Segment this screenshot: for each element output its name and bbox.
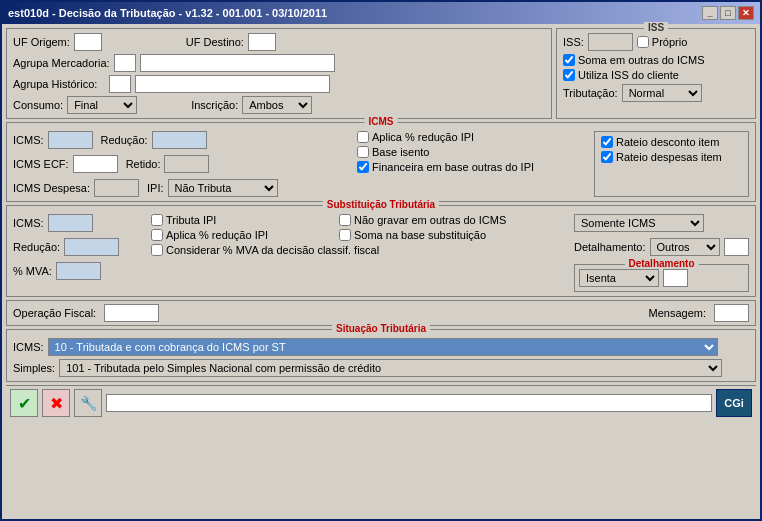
cancel-button[interactable]: ✖ [42, 389, 70, 417]
soma-base-checkbox[interactable] [339, 229, 351, 241]
ok-button[interactable]: ✔ [10, 389, 38, 417]
situacao-section: Situação Tributária ICMS: 10 - Tributada… [6, 329, 756, 382]
isenta-num-input[interactable]: 0 [663, 269, 688, 287]
utiliza-checkbox[interactable] [563, 69, 575, 81]
icms-ecf-label: ICMS ECF: [13, 158, 69, 170]
cancel-icon: ✖ [50, 394, 63, 413]
isenta-select[interactable]: Isenta [579, 269, 659, 287]
subst-mva-label: % MVA: [13, 265, 52, 277]
nao-gravar-checkbox[interactable] [339, 214, 351, 226]
subst-reducao-input[interactable]: 0,0000 [64, 238, 119, 256]
tributacao-label: Tributação: [563, 87, 618, 99]
title-bar: est010d - Decisão da Tributação - v1.32 … [2, 2, 760, 24]
financeira-checkbox[interactable] [357, 161, 369, 173]
ipi-select[interactable]: Não Tributa [168, 179, 278, 197]
situacao-icms-select[interactable]: 10 - Tributada e com cobrança do ICMS po… [48, 338, 718, 356]
reducao-label: Redução: [101, 134, 148, 146]
detalhamento-label: Detalhamento: [574, 241, 646, 253]
detalhamento-select[interactable]: Outros [650, 238, 720, 256]
icms-despesa-row: ICMS Despesa: 0,00 IPI: Não Tributa [13, 179, 353, 197]
icms-despesa-input[interactable]: 0,00 [94, 179, 139, 197]
tributa-ipi-checkbox[interactable] [151, 214, 163, 226]
somente-select[interactable]: Somente ICMS [574, 214, 704, 232]
tributacao-row: Tributação: Normal [563, 84, 749, 102]
icms-val-input[interactable]: 12,00 [48, 131, 93, 149]
utiliza-row: Utiliza ISS do cliente [563, 69, 749, 81]
icms-main-row: ICMS: 12,00 Redução: 0,0000 [13, 131, 353, 149]
icms-inner: ICMS: 12,00 Redução: 0,0000 ICMS ECF: 0,… [13, 131, 749, 197]
inscricao-select[interactable]: Ambos [242, 96, 312, 114]
subst-mva-row: % MVA: 39,00 [13, 262, 143, 280]
maximize-button[interactable]: □ [720, 6, 736, 20]
tributacao-select[interactable]: Normal [622, 84, 702, 102]
ipi-label: IPI: [147, 182, 164, 194]
subst-title: Substituição Tributária [323, 199, 439, 210]
uf-row: UF Origem: RS UF Destino: RS [13, 33, 545, 51]
soma-row: Soma em outras do ICMS [563, 54, 749, 66]
icms-left: ICMS: 12,00 Redução: 0,0000 ICMS ECF: 0,… [13, 131, 353, 197]
agrupa-merc-num[interactable]: 2 [114, 54, 136, 72]
iss-title: ISS [644, 22, 668, 33]
uf-origem-input[interactable]: RS [74, 33, 102, 51]
toolbar-input[interactable] [106, 394, 712, 412]
aplica-ipi-row: Aplica % redução IPI [151, 229, 331, 241]
minimize-button[interactable]: _ [702, 6, 718, 20]
cgi-label: CGi [724, 397, 744, 409]
title-bar-buttons: _ □ ✕ [702, 6, 754, 20]
reducao-input[interactable]: 0,0000 [152, 131, 207, 149]
close-button[interactable]: ✕ [738, 6, 754, 20]
agrupa-hist-text[interactable]: HIST GERAL [135, 75, 330, 93]
iss-val-row: ISS: 0,00 Próprio [563, 33, 749, 51]
icms-despesa-label: ICMS Despesa: [13, 182, 90, 194]
icms-title: ICMS [365, 116, 398, 127]
aplica-reducao-checkbox[interactable] [357, 131, 369, 143]
soma-base-row: Soma na base substituição [339, 229, 566, 241]
considera-mva-row: Considerar % MVA da decisão classif. fis… [151, 244, 331, 256]
somente-row: Somente ICMS [574, 214, 749, 232]
proprio-row: Próprio [637, 36, 687, 48]
iss-value-input[interactable]: 0,00 [588, 33, 633, 51]
agrupa-hist-num[interactable]: 1 [109, 75, 131, 93]
tool-button[interactable]: 🔧 [74, 389, 102, 417]
consumo-select[interactable]: Final [67, 96, 137, 114]
mensagem-input[interactable]: 0 [714, 304, 749, 322]
aplica-ipi-checkbox[interactable] [151, 229, 163, 241]
icms-ecf-input[interactable]: 0,00 [73, 155, 118, 173]
toolbar: ✔ ✖ 🔧 CGi [6, 385, 756, 420]
tributa-ipi-label: Tributa IPI [166, 214, 216, 226]
situacao-simples-select[interactable]: 101 - Tributada pelo Simples Nacional co… [59, 359, 722, 377]
proprio-label: Próprio [652, 36, 687, 48]
operacao-fiscal-input[interactable]: 2.102 [104, 304, 159, 322]
aplica-reducao-row: Aplica % redução IPI [357, 131, 590, 143]
base-isento-checkbox[interactable] [357, 146, 369, 158]
retido-input[interactable]: 0,00 [164, 155, 209, 173]
main-window: est010d - Decisão da Tributação - v1.32 … [0, 0, 762, 521]
agrupa-merc-label: Agrupa Mercadoria: [13, 57, 110, 69]
detalhamento-num-input[interactable]: 0 [724, 238, 749, 256]
soma-checkbox[interactable] [563, 54, 575, 66]
rateio-desconto-row: Rateio desconto item [601, 136, 742, 148]
subst-icms-row: ICMS: 17,00 [13, 214, 143, 232]
subst-col2: Tributa IPI Aplica % redução IPI Conside… [151, 214, 331, 292]
mensagem-label: Mensagem: [649, 307, 706, 319]
subst-col4: Somente ICMS Detalhamento: Outros 0 Deta… [574, 214, 749, 292]
base-isento-row: Base isento [357, 146, 590, 158]
top-section: UF Origem: RS UF Destino: RS Agrupa Merc… [6, 28, 756, 119]
cgi-button[interactable]: CGi [716, 389, 752, 417]
retido-label: Retido: [126, 158, 161, 170]
rateio-despesas-checkbox[interactable] [601, 151, 613, 163]
situacao-simples-row: Simples: 101 - Tributada pelo Simples Na… [13, 359, 749, 377]
uf-destino-input[interactable]: RS [248, 33, 276, 51]
rateio-desconto-label: Rateio desconto item [616, 136, 719, 148]
main-content: UF Origem: RS UF Destino: RS Agrupa Merc… [2, 24, 760, 519]
subst-mva-input[interactable]: 39,00 [56, 262, 101, 280]
rateio-desconto-checkbox[interactable] [601, 136, 613, 148]
considera-mva-checkbox[interactable] [151, 244, 163, 256]
isenta-row: Isenta 0 [579, 269, 744, 287]
proprio-checkbox[interactable] [637, 36, 649, 48]
uf-origem-label: UF Origem: [13, 36, 70, 48]
agrupa-merc-text[interactable]: SERVIÇOS [140, 54, 335, 72]
subst-icms-input[interactable]: 17,00 [48, 214, 93, 232]
subst-inner: ICMS: 17,00 Redução: 0,0000 % MVA: 39,00 [13, 214, 749, 292]
icms-right: Aplica % redução IPI Base isento Finance… [357, 131, 590, 197]
